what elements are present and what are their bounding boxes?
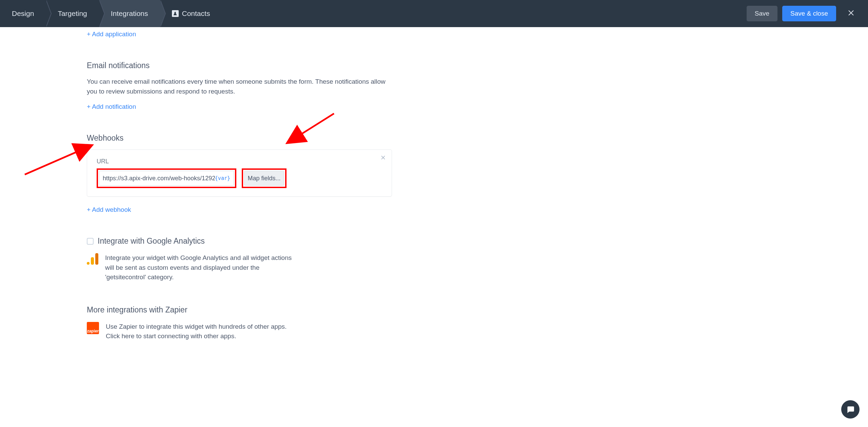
tab-integrations-label: Integrations [111, 9, 148, 18]
zapier-row: zapier Use Zapier to integrate this widg… [87, 322, 392, 341]
ga-title: Integrate with Google Analytics [98, 237, 205, 246]
save-close-button[interactable]: Save & close [782, 6, 836, 21]
tab-design[interactable]: Design [0, 0, 46, 27]
add-notification-link[interactable]: + Add notification [87, 103, 136, 110]
url-input[interactable] [103, 175, 215, 182]
close-icon [848, 9, 854, 16]
annotation-arrow-left [23, 129, 98, 180]
tab-design-label: Design [12, 9, 34, 18]
tab-targeting[interactable]: Targeting [46, 0, 99, 27]
ga-desc: Integrate your widget with Google Analyt… [105, 253, 295, 282]
ga-desc-row: Integrate your widget with Google Analyt… [87, 253, 392, 282]
zapier-desc-block: Use Zapier to integrate this widget with… [106, 322, 287, 341]
webhook-row: {var} Map fields... [97, 168, 382, 188]
header-bar: Design Targeting Integrations Contacts S… [0, 0, 868, 27]
close-button[interactable] [844, 5, 858, 22]
webhooks-title: Webhooks [87, 134, 392, 143]
url-highlight-box: {var} [97, 168, 236, 188]
add-application-link[interactable]: + Add application [87, 30, 136, 38]
contact-icon [172, 10, 179, 17]
map-fields-button[interactable]: Map fields... [244, 171, 284, 186]
tab-targeting-label: Targeting [58, 9, 87, 18]
zapier-title: More integrations with Zapier [87, 305, 392, 314]
zapier-desc2: Click here to start connecting with othe… [106, 331, 287, 341]
zapier-icon: zapier [87, 322, 99, 334]
url-label: URL [97, 158, 382, 165]
svg-line-0 [25, 146, 91, 175]
email-notifications-desc: You can receive email notifications ever… [87, 77, 392, 96]
close-icon [381, 155, 386, 160]
header-actions: Save Save & close [747, 5, 858, 22]
email-notifications-title: Email notifications [87, 61, 392, 70]
var-insert-button[interactable]: {var} [215, 175, 230, 181]
zapier-desc1: Use Zapier to integrate this widget with… [106, 322, 287, 332]
save-button[interactable]: Save [747, 6, 777, 21]
main-content: + Add application Email notifications Yo… [87, 27, 392, 341]
ga-checkbox[interactable] [87, 238, 94, 245]
webhook-card: URL {var} Map fields... [87, 149, 392, 197]
ga-row: Integrate with Google Analytics [87, 237, 392, 246]
google-analytics-icon [87, 253, 98, 265]
tab-integrations[interactable]: Integrations [99, 0, 160, 27]
map-highlight-box: Map fields... [242, 168, 287, 188]
tab-contacts-label: Contacts [182, 9, 210, 18]
tab-strip: Design Targeting Integrations Contacts [0, 0, 222, 27]
url-field: {var} [99, 171, 234, 186]
tab-contacts[interactable]: Contacts [160, 0, 222, 27]
add-webhook-link[interactable]: + Add webhook [87, 206, 131, 213]
webhook-remove-button[interactable] [381, 155, 386, 162]
